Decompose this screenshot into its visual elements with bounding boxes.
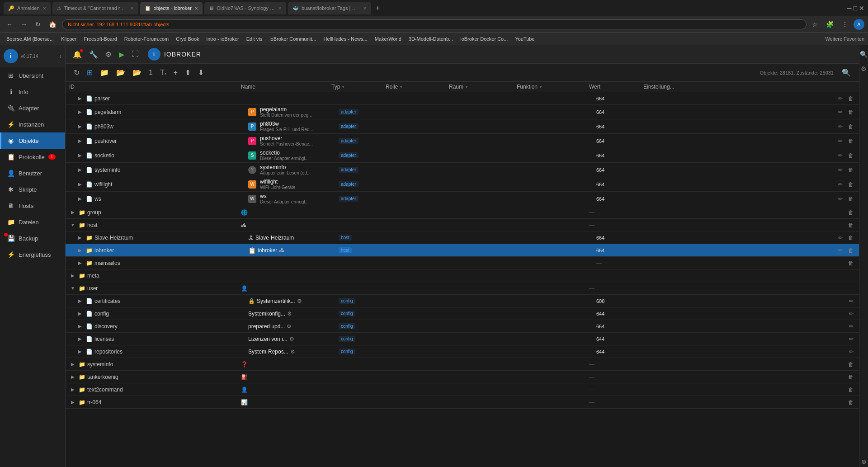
edit-button[interactable]: ✏ bbox=[847, 322, 855, 330]
sidebar-item-skripte[interactable]: ✱ Skripte bbox=[0, 181, 65, 198]
profile-button[interactable]: A bbox=[854, 19, 864, 30]
bookmark-10[interactable]: 3D-Modell-Datenb... bbox=[406, 35, 456, 42]
side-panel-btn-3[interactable]: ⊕ bbox=[859, 456, 868, 467]
refresh-button[interactable]: ↻ bbox=[71, 66, 82, 79]
browser-tab-5[interactable]: 🐳 buanet/iobroker Tags | Docker H... ✕ bbox=[288, 2, 371, 14]
row-expander[interactable]: ▶ bbox=[76, 310, 84, 317]
edit-button[interactable]: ✏ bbox=[836, 123, 844, 131]
tab4-close[interactable]: ✕ bbox=[278, 6, 282, 11]
bookmark-5[interactable]: intro - ioBroker bbox=[204, 35, 242, 42]
col-header-typ[interactable]: Typ bbox=[331, 84, 386, 90]
delete-button[interactable]: 🗑 bbox=[846, 180, 855, 189]
delete-button[interactable]: 🗑 bbox=[846, 259, 855, 267]
browser-tab-4[interactable]: 🖥 OldNo7NAS - Synology DiskStat... ✕ bbox=[204, 2, 286, 14]
row-expander[interactable]: ▶ bbox=[76, 335, 84, 343]
delete-button[interactable]: 🗑 bbox=[846, 166, 855, 174]
collapse-all-button[interactable]: 📂 bbox=[130, 66, 144, 79]
bookmarks-more[interactable]: Weitere Favoriten bbox=[825, 36, 864, 42]
table-row-iobroker[interactable]: ▶ 📁 iobroker 📋 iobroker 🖧 host 664 bbox=[66, 244, 859, 257]
edit-button[interactable]: ✏ bbox=[836, 137, 844, 145]
bookmark-8[interactable]: HellHades - News... bbox=[321, 35, 370, 42]
row-expander[interactable]: ▶ bbox=[76, 108, 84, 116]
row-expander[interactable]: ▶ bbox=[69, 386, 76, 393]
row-expander[interactable]: ▶ bbox=[69, 272, 76, 279]
download-button[interactable]: ⬇ bbox=[195, 66, 207, 79]
bookmark-2[interactable]: Freesoft-Board bbox=[81, 35, 119, 42]
sidebar-item-instanzen[interactable]: ⚡ Instanzen bbox=[0, 116, 65, 132]
row-expander[interactable]: ▶ bbox=[76, 152, 84, 159]
browser-tab-1[interactable]: 🔑 Anmelden ✕ bbox=[4, 2, 51, 14]
view-1-button[interactable]: 1 bbox=[146, 67, 156, 79]
fullscreen-button[interactable]: ⛶ bbox=[130, 48, 141, 60]
bookmark-12[interactable]: YouTube bbox=[512, 35, 537, 42]
view-grid-button[interactable]: ⊞ bbox=[84, 66, 95, 79]
edit-button[interactable]: ✏ bbox=[836, 180, 844, 189]
upload-button[interactable]: ⬆ bbox=[182, 66, 193, 79]
delete-button[interactable]: 🗑 bbox=[846, 246, 855, 255]
delete-button[interactable]: 🗑 bbox=[846, 360, 855, 368]
sidebar-item-benutzer[interactable]: 👤 Benutzer bbox=[0, 165, 65, 181]
text-filter-button[interactable]: Tᵣ bbox=[157, 66, 169, 79]
row-expander[interactable]: ▶ bbox=[76, 259, 84, 267]
col-header-raum[interactable]: Raum bbox=[449, 84, 517, 90]
sidebar-collapse-button[interactable]: ‹ bbox=[59, 52, 61, 60]
address-bar[interactable]: Nicht sicher 192.168.1.111:8081/#tab-obj… bbox=[62, 19, 807, 29]
row-expander[interactable]: ▶ bbox=[76, 234, 84, 241]
view-folder-button[interactable]: 📁 bbox=[97, 66, 112, 79]
sidebar-item-uebersicht[interactable]: ⊞ Übersicht bbox=[0, 67, 65, 84]
forward-button[interactable]: → bbox=[18, 20, 30, 29]
edit-button[interactable]: ✏ bbox=[836, 108, 844, 116]
bookmark-7[interactable]: ioBroker Communit... bbox=[267, 35, 319, 42]
side-panel-btn-1[interactable]: 🔍 bbox=[858, 49, 868, 60]
browser-extension-1[interactable]: 🧩 bbox=[823, 20, 836, 29]
row-expander[interactable]: ▶ bbox=[76, 95, 84, 102]
col-header-funktion[interactable]: Funktion bbox=[517, 84, 589, 90]
delete-button[interactable]: 🗑 bbox=[846, 137, 855, 145]
edit-button[interactable]: ✏ bbox=[836, 246, 844, 255]
edit-button[interactable]: ✏ bbox=[847, 335, 855, 343]
edit-button[interactable]: ✏ bbox=[836, 195, 844, 203]
sidebar-item-adapter[interactable]: 🔌 Adapter bbox=[0, 100, 65, 116]
delete-button[interactable]: 🗑 bbox=[846, 386, 855, 394]
delete-button[interactable]: 🗑 bbox=[846, 221, 855, 229]
notifications-button[interactable]: 🔔 bbox=[71, 48, 84, 61]
sidebar-item-info[interactable]: ℹ Info bbox=[0, 84, 65, 100]
maximize-button[interactable]: □ bbox=[854, 5, 857, 12]
bookmark-4[interactable]: Cryd Book bbox=[173, 35, 202, 42]
edit-button[interactable]: ✏ bbox=[847, 348, 855, 356]
row-expander[interactable]: ▶ bbox=[76, 247, 84, 254]
browser-menu[interactable]: ⋮ bbox=[839, 20, 851, 29]
row-expander[interactable]: ▶ bbox=[69, 373, 76, 381]
back-button[interactable]: ← bbox=[4, 20, 15, 29]
sidebar-item-hosts[interactable]: 🖥 Hosts bbox=[0, 198, 65, 214]
tab1-close[interactable]: ✕ bbox=[42, 6, 46, 11]
delete-button[interactable]: 🗑 bbox=[846, 123, 855, 131]
delete-button[interactable]: 🗑 bbox=[846, 398, 855, 406]
tab3-close[interactable]: ✕ bbox=[194, 6, 198, 11]
row-expander[interactable]: ▶ bbox=[69, 361, 76, 368]
add-button[interactable]: + bbox=[171, 67, 180, 79]
delete-button[interactable]: 🗑 bbox=[846, 151, 855, 160]
row-expander[interactable]: ▶ bbox=[76, 195, 84, 203]
bookmark-9[interactable]: MakerWorld bbox=[372, 35, 404, 42]
row-expander[interactable]: ▶ bbox=[69, 399, 76, 406]
bookmarks-star[interactable]: ☆ bbox=[809, 20, 821, 29]
sidebar-item-objekte[interactable]: ◉ Objekte bbox=[0, 132, 65, 149]
edit-button[interactable]: ✏ bbox=[836, 166, 844, 174]
objects-table-container[interactable]: ID Name Typ Rolle Raum Funktion bbox=[66, 82, 859, 467]
edit-button[interactable]: ✏ bbox=[847, 297, 855, 305]
edit-button[interactable]: ✏ bbox=[836, 234, 844, 242]
row-expander[interactable]: ▶ bbox=[76, 137, 84, 145]
row-expander[interactable]: ▶ bbox=[76, 348, 84, 355]
browser-tab-3[interactable]: 📋 objects - iobroker ✕ bbox=[140, 2, 203, 14]
row-expander[interactable]: ▶ bbox=[76, 297, 84, 305]
col-header-rolle[interactable]: Rolle bbox=[386, 84, 449, 90]
sidebar-item-energiefluss[interactable]: ⚡ Energiefluss bbox=[0, 246, 65, 263]
bookmark-1[interactable]: Klipper bbox=[58, 35, 79, 42]
row-expander[interactable]: ▶ bbox=[69, 209, 76, 216]
home-button[interactable]: 🏠 bbox=[46, 20, 59, 29]
browser-tab-2[interactable]: ⚠ Timeout & "Cannot read reposit... ✕ bbox=[52, 2, 138, 14]
row-expander[interactable]: ▼ bbox=[69, 222, 76, 229]
delete-button[interactable]: 🗑 bbox=[846, 234, 855, 242]
edit-button[interactable]: ✏ bbox=[836, 151, 844, 160]
